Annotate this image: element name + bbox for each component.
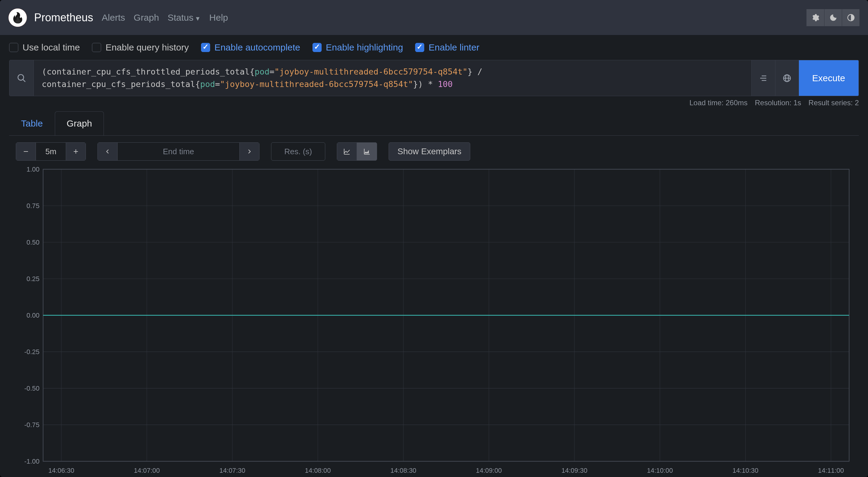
svg-text:14:07:30: 14:07:30 [219,466,245,474]
svg-text:1.00: 1.00 [27,166,40,173]
chevron-right-icon [246,148,253,155]
linter-checkbox[interactable] [415,43,424,52]
chevron-left-icon [104,148,111,155]
format-icon [759,74,768,83]
globe-icon [782,74,792,83]
contrast-icon [847,13,855,22]
chart: 14:06:3014:07:0014:07:3014:08:0014:08:30… [16,166,852,477]
format-query-button[interactable] [751,60,775,96]
svg-text:14:10:00: 14:10:00 [647,466,673,474]
svg-text:14:06:30: 14:06:30 [49,466,74,474]
svg-text:14:09:00: 14:09:00 [476,466,502,474]
svg-text:0.75: 0.75 [27,202,40,209]
svg-text:0.50: 0.50 [27,238,40,246]
stacked-chart-button[interactable] [357,142,377,161]
highlighting-checkbox[interactable] [312,43,321,52]
query-history-label[interactable]: Enable query history [105,42,189,53]
svg-text:14:08:30: 14:08:30 [391,466,416,474]
svg-text:14:08:00: 14:08:00 [305,466,331,474]
graph-type-control [337,142,377,161]
svg-text:-0.75: -0.75 [24,421,40,428]
endtime-input[interactable] [118,142,239,161]
linter-label[interactable]: Enable linter [429,42,479,53]
local-time-checkbox[interactable] [9,43,18,52]
prometheus-logo-icon [8,8,27,27]
endtime-prev-button[interactable] [97,142,118,161]
range-increase-button[interactable] [66,142,86,161]
share-query-button[interactable] [775,60,799,96]
minus-icon [22,148,30,155]
svg-text:14:11:00: 14:11:00 [818,466,844,474]
dark-mode-button[interactable] [824,9,842,26]
local-time-label[interactable]: Use local time [23,42,80,53]
query-input[interactable]: (container_cpu_cfs_throttled_periods_tot… [34,60,751,96]
nav-graph[interactable]: Graph [134,12,159,23]
range-decrease-button[interactable] [16,142,36,161]
svg-text:-1.00: -1.00 [24,457,40,465]
theme-toggle-button[interactable] [842,9,860,26]
resolution-status: Resolution: 1s [755,99,801,107]
result-series-status: Result series: 2 [809,99,859,107]
execute-button[interactable]: Execute [799,60,859,96]
search-icon [17,73,27,83]
autocomplete-label[interactable]: Enable autocomplete [214,42,300,53]
area-chart-icon [363,148,371,155]
svg-text:-0.50: -0.50 [24,384,40,392]
moon-icon [829,13,838,22]
highlighting-label[interactable]: Enable highlighting [326,42,403,53]
line-chart-icon [343,148,350,155]
resolution-input[interactable] [271,142,325,161]
settings-button[interactable] [806,9,824,26]
tab-table[interactable]: Table [9,111,55,135]
svg-text:0.25: 0.25 [27,275,40,282]
plus-icon [72,148,80,155]
query-history-checkbox[interactable] [92,43,101,52]
nav-alerts[interactable]: Alerts [102,12,125,23]
autocomplete-checkbox[interactable] [201,43,210,52]
nav-status[interactable]: Status▼ [167,12,201,23]
metrics-explorer-button[interactable] [9,60,34,96]
endtime-next-button[interactable] [239,142,259,161]
svg-text:14:09:30: 14:09:30 [561,466,587,474]
tab-graph[interactable]: Graph [55,111,104,135]
range-control: 5m [16,142,86,161]
endtime-control [97,142,259,161]
brand-title: Prometheus [34,11,93,24]
line-chart-button[interactable] [337,142,357,161]
range-value[interactable]: 5m [36,142,66,161]
gear-icon [811,13,819,22]
nav-help[interactable]: Help [209,12,228,23]
svg-text:-0.25: -0.25 [24,348,40,355]
svg-line-2 [23,79,25,82]
show-exemplars-button[interactable]: Show Exemplars [389,142,470,161]
svg-text:14:07:00: 14:07:00 [134,466,160,474]
load-time-status: Load time: 260ms [689,99,748,107]
svg-text:0.00: 0.00 [27,311,40,319]
svg-text:14:10:30: 14:10:30 [733,466,758,474]
svg-point-1 [18,74,24,80]
